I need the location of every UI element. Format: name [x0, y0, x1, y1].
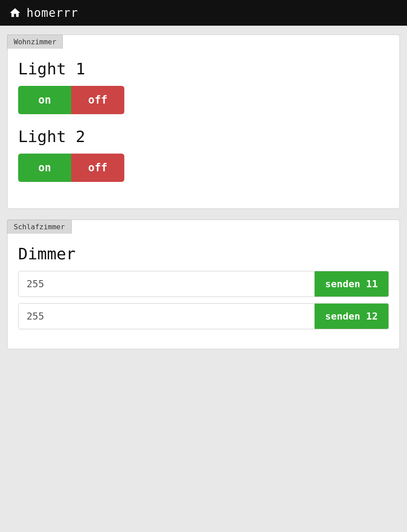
dimmer-row-2: senden 12: [18, 303, 389, 329]
senden-button-12[interactable]: senden 12: [315, 304, 388, 329]
main-content: Wohnzimmer Light 1 on off Light 2 on off: [0, 26, 407, 358]
device-light2: Light 2 on off: [18, 127, 389, 182]
light2-on-button[interactable]: on: [18, 154, 71, 182]
light2-name: Light 2: [18, 127, 389, 146]
light2-toggle-group: on off: [18, 154, 124, 182]
light1-toggle-group: on off: [18, 86, 124, 114]
dimmer-input-1[interactable]: [19, 271, 315, 297]
dimmer-name: Dimmer: [18, 245, 389, 263]
dimmer-input-2[interactable]: [19, 304, 315, 329]
light1-on-button[interactable]: on: [18, 86, 71, 114]
room-card-schlafzimmer: Schlafzimmer Dimmer senden 11 senden 12: [7, 220, 400, 349]
senden-button-11[interactable]: senden 11: [315, 271, 388, 297]
light2-off-button[interactable]: off: [71, 154, 124, 182]
room-content-wohnzimmer: Light 1 on off Light 2 on off: [18, 60, 389, 182]
room-card-wohnzimmer: Wohnzimmer Light 1 on off Light 2 on off: [7, 35, 400, 209]
room-tab-schlafzimmer: Schlafzimmer: [7, 220, 72, 234]
dimmer-row-1: senden 11: [18, 271, 389, 297]
app-header: homerrr: [0, 0, 407, 26]
room-tab-wohnzimmer: Wohnzimmer: [7, 35, 63, 49]
light1-name: Light 1: [18, 60, 389, 78]
device-dimmer: Dimmer senden 11 senden 12: [18, 245, 389, 329]
home-icon: [9, 7, 21, 19]
light1-off-button[interactable]: off: [71, 86, 124, 114]
room-content-schlafzimmer: Dimmer senden 11 senden 12: [18, 245, 389, 329]
app-title: homerrr: [27, 6, 78, 19]
device-light1: Light 1 on off: [18, 60, 389, 114]
